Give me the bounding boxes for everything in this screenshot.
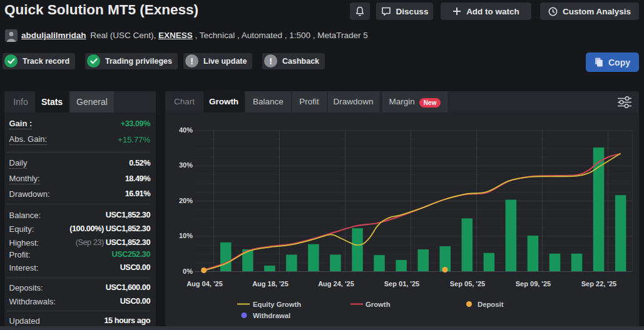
svg-text:Sep 01, '25: Sep 01, '25 [384, 280, 419, 288]
svg-text:20%: 20% [179, 197, 193, 204]
svg-text:Withdrawal: Withdrawal [253, 312, 290, 319]
svg-text:Growth: Growth [365, 301, 391, 308]
svg-text:Aug 18, '25: Aug 18, '25 [252, 280, 289, 288]
svg-text:Equity Growth: Equity Growth [253, 301, 301, 308]
svg-text:Sep 22, '25: Sep 22, '25 [581, 280, 616, 288]
svg-text:Deposit: Deposit [478, 301, 504, 308]
svg-text:Sep 09, '25: Sep 09, '25 [516, 280, 551, 288]
svg-text:10%: 10% [179, 232, 193, 239]
svg-text:Aug 24, '25: Aug 24, '25 [318, 280, 354, 288]
svg-text:30%: 30% [179, 161, 193, 169]
svg-text:Aug 04, '25: Aug 04, '25 [187, 280, 223, 288]
svg-text:Sep 05, '25: Sep 05, '25 [450, 280, 485, 288]
svg-text:0%: 0% [183, 268, 193, 275]
svg-text:40%: 40% [179, 126, 193, 134]
